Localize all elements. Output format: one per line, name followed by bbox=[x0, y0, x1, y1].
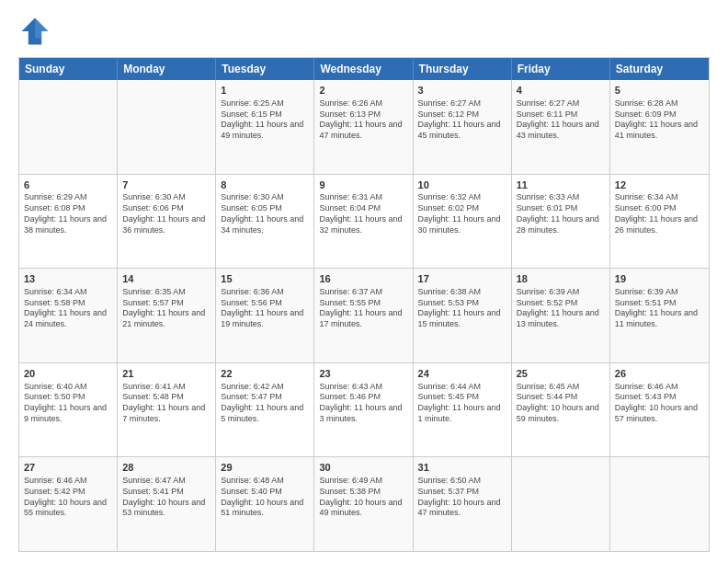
calendar-cell bbox=[118, 80, 216, 174]
calendar-cell bbox=[512, 457, 610, 551]
day-info: Sunrise: 6:26 AM Sunset: 6:13 PM Dayligh… bbox=[319, 98, 407, 142]
calendar-cell: 11Sunrise: 6:33 AM Sunset: 6:01 PM Dayli… bbox=[512, 175, 610, 269]
calendar-cell: 29Sunrise: 6:48 AM Sunset: 5:40 PM Dayli… bbox=[216, 457, 314, 551]
day-info: Sunrise: 6:45 AM Sunset: 5:44 PM Dayligh… bbox=[517, 382, 605, 425]
day-info: Sunrise: 6:33 AM Sunset: 6:01 PM Dayligh… bbox=[517, 192, 605, 236]
header-day-thursday: Thursday bbox=[414, 58, 512, 80]
header bbox=[18, 15, 710, 48]
calendar-cell: 22Sunrise: 6:42 AM Sunset: 5:47 PM Dayli… bbox=[216, 363, 314, 457]
calendar-cell: 19Sunrise: 6:39 AM Sunset: 5:51 PM Dayli… bbox=[610, 269, 709, 362]
calendar-cell: 24Sunrise: 6:44 AM Sunset: 5:45 PM Dayli… bbox=[414, 363, 512, 457]
day-number: 29 bbox=[221, 461, 309, 475]
calendar-cell: 17Sunrise: 6:38 AM Sunset: 5:53 PM Dayli… bbox=[414, 269, 512, 362]
header-day-wednesday: Wednesday bbox=[314, 58, 413, 80]
day-number: 12 bbox=[615, 178, 704, 192]
day-info: Sunrise: 6:39 AM Sunset: 5:52 PM Dayligh… bbox=[517, 287, 605, 330]
calendar-cell: 28Sunrise: 6:47 AM Sunset: 5:41 PM Dayli… bbox=[118, 457, 216, 551]
header-day-monday: Monday bbox=[118, 58, 216, 80]
day-info: Sunrise: 6:38 AM Sunset: 5:53 PM Dayligh… bbox=[418, 287, 506, 330]
day-number: 3 bbox=[418, 84, 506, 98]
header-day-tuesday: Tuesday bbox=[216, 58, 314, 80]
day-number: 15 bbox=[221, 272, 309, 286]
calendar-cell: 1Sunrise: 6:25 AM Sunset: 6:15 PM Daylig… bbox=[216, 80, 314, 174]
day-info: Sunrise: 6:30 AM Sunset: 6:05 PM Dayligh… bbox=[221, 192, 309, 236]
calendar-cell: 26Sunrise: 6:46 AM Sunset: 5:43 PM Dayli… bbox=[610, 363, 709, 457]
day-info: Sunrise: 6:27 AM Sunset: 6:11 PM Dayligh… bbox=[517, 98, 605, 142]
day-number: 28 bbox=[122, 461, 210, 475]
day-number: 6 bbox=[24, 178, 112, 192]
logo bbox=[18, 15, 57, 48]
calendar-cell: 31Sunrise: 6:50 AM Sunset: 5:37 PM Dayli… bbox=[414, 457, 512, 551]
day-number: 27 bbox=[24, 461, 112, 475]
day-number: 31 bbox=[418, 461, 506, 475]
day-info: Sunrise: 6:29 AM Sunset: 6:08 PM Dayligh… bbox=[24, 192, 112, 236]
calendar-cell: 7Sunrise: 6:30 AM Sunset: 6:06 PM Daylig… bbox=[118, 175, 216, 269]
day-info: Sunrise: 6:34 AM Sunset: 5:58 PM Dayligh… bbox=[24, 287, 112, 330]
day-number: 20 bbox=[24, 367, 112, 381]
day-info: Sunrise: 6:34 AM Sunset: 6:00 PM Dayligh… bbox=[615, 192, 704, 236]
day-number: 30 bbox=[319, 461, 407, 475]
day-info: Sunrise: 6:31 AM Sunset: 6:04 PM Dayligh… bbox=[319, 192, 407, 236]
day-number: 4 bbox=[517, 84, 605, 98]
logo-icon bbox=[18, 15, 51, 48]
calendar-cell: 20Sunrise: 6:40 AM Sunset: 5:50 PM Dayli… bbox=[19, 363, 118, 457]
day-info: Sunrise: 6:41 AM Sunset: 5:48 PM Dayligh… bbox=[122, 382, 210, 425]
calendar-row-3: 13Sunrise: 6:34 AM Sunset: 5:58 PM Dayli… bbox=[19, 268, 709, 362]
header-day-sunday: Sunday bbox=[19, 58, 118, 80]
calendar-cell: 25Sunrise: 6:45 AM Sunset: 5:44 PM Dayli… bbox=[512, 363, 610, 457]
day-number: 22 bbox=[221, 367, 309, 381]
calendar-cell bbox=[610, 457, 709, 551]
calendar-cell: 9Sunrise: 6:31 AM Sunset: 6:04 PM Daylig… bbox=[314, 175, 413, 269]
day-info: Sunrise: 6:43 AM Sunset: 5:46 PM Dayligh… bbox=[319, 382, 407, 425]
calendar-cell: 3Sunrise: 6:27 AM Sunset: 6:12 PM Daylig… bbox=[414, 80, 512, 174]
day-info: Sunrise: 6:42 AM Sunset: 5:47 PM Dayligh… bbox=[221, 382, 309, 425]
day-info: Sunrise: 6:50 AM Sunset: 5:37 PM Dayligh… bbox=[418, 476, 506, 519]
day-info: Sunrise: 6:49 AM Sunset: 5:38 PM Dayligh… bbox=[319, 476, 407, 519]
calendar-row-4: 20Sunrise: 6:40 AM Sunset: 5:50 PM Dayli… bbox=[19, 362, 709, 457]
header-day-friday: Friday bbox=[512, 58, 610, 80]
day-number: 13 bbox=[24, 272, 112, 286]
day-info: Sunrise: 6:30 AM Sunset: 6:06 PM Dayligh… bbox=[122, 192, 210, 236]
day-number: 11 bbox=[517, 178, 605, 192]
calendar-cell: 18Sunrise: 6:39 AM Sunset: 5:52 PM Dayli… bbox=[512, 269, 610, 362]
day-info: Sunrise: 6:35 AM Sunset: 5:57 PM Dayligh… bbox=[122, 287, 210, 330]
day-number: 14 bbox=[122, 272, 210, 286]
day-number: 23 bbox=[319, 367, 407, 381]
calendar-body: 1Sunrise: 6:25 AM Sunset: 6:15 PM Daylig… bbox=[19, 80, 709, 551]
day-info: Sunrise: 6:39 AM Sunset: 5:51 PM Dayligh… bbox=[615, 287, 704, 330]
calendar-row-2: 6Sunrise: 6:29 AM Sunset: 6:08 PM Daylig… bbox=[19, 174, 709, 269]
calendar-cell: 23Sunrise: 6:43 AM Sunset: 5:46 PM Dayli… bbox=[314, 363, 413, 457]
calendar-cell: 10Sunrise: 6:32 AM Sunset: 6:02 PM Dayli… bbox=[414, 175, 512, 269]
calendar-header: SundayMondayTuesdayWednesdayThursdayFrid… bbox=[19, 58, 709, 80]
page: SundayMondayTuesdayWednesdayThursdayFrid… bbox=[0, 0, 728, 563]
day-info: Sunrise: 6:25 AM Sunset: 6:15 PM Dayligh… bbox=[221, 98, 309, 142]
calendar-cell: 27Sunrise: 6:46 AM Sunset: 5:42 PM Dayli… bbox=[19, 457, 118, 551]
day-number: 21 bbox=[122, 367, 210, 381]
calendar-cell: 16Sunrise: 6:37 AM Sunset: 5:55 PM Dayli… bbox=[314, 269, 413, 362]
day-number: 8 bbox=[221, 178, 309, 192]
header-day-saturday: Saturday bbox=[610, 58, 709, 80]
svg-marker-1 bbox=[35, 18, 48, 39]
day-info: Sunrise: 6:28 AM Sunset: 6:09 PM Dayligh… bbox=[615, 98, 704, 142]
calendar-cell: 15Sunrise: 6:36 AM Sunset: 5:56 PM Dayli… bbox=[216, 269, 314, 362]
calendar-cell: 30Sunrise: 6:49 AM Sunset: 5:38 PM Dayli… bbox=[314, 457, 413, 551]
calendar: SundayMondayTuesdayWednesdayThursdayFrid… bbox=[18, 57, 710, 552]
calendar-cell: 4Sunrise: 6:27 AM Sunset: 6:11 PM Daylig… bbox=[512, 80, 610, 174]
day-number: 17 bbox=[418, 272, 506, 286]
day-info: Sunrise: 6:37 AM Sunset: 5:55 PM Dayligh… bbox=[319, 287, 407, 330]
calendar-cell: 5Sunrise: 6:28 AM Sunset: 6:09 PM Daylig… bbox=[610, 80, 709, 174]
day-number: 7 bbox=[122, 178, 210, 192]
calendar-cell bbox=[19, 80, 118, 174]
day-number: 10 bbox=[418, 178, 506, 192]
day-info: Sunrise: 6:44 AM Sunset: 5:45 PM Dayligh… bbox=[418, 382, 506, 425]
day-info: Sunrise: 6:40 AM Sunset: 5:50 PM Dayligh… bbox=[24, 382, 112, 425]
day-number: 9 bbox=[319, 178, 407, 192]
calendar-cell: 21Sunrise: 6:41 AM Sunset: 5:48 PM Dayli… bbox=[118, 363, 216, 457]
calendar-cell: 12Sunrise: 6:34 AM Sunset: 6:00 PM Dayli… bbox=[610, 175, 709, 269]
calendar-cell: 13Sunrise: 6:34 AM Sunset: 5:58 PM Dayli… bbox=[19, 269, 118, 362]
day-number: 2 bbox=[319, 84, 407, 98]
day-number: 5 bbox=[615, 84, 704, 98]
calendar-row-5: 27Sunrise: 6:46 AM Sunset: 5:42 PM Dayli… bbox=[19, 456, 709, 551]
calendar-cell: 2Sunrise: 6:26 AM Sunset: 6:13 PM Daylig… bbox=[314, 80, 413, 174]
day-info: Sunrise: 6:48 AM Sunset: 5:40 PM Dayligh… bbox=[221, 476, 309, 519]
